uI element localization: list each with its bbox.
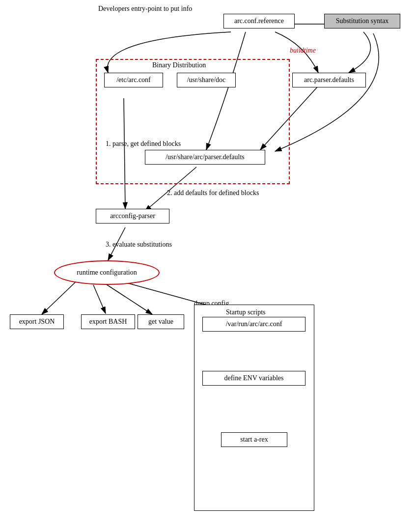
svg-line-8	[93, 285, 106, 313]
define-env-variables-box: define ENV variables	[202, 371, 305, 386]
diagram: Developers entry-point to put info arc.c…	[0, 0, 416, 532]
etc-arc-conf-box: /etc/arc.conf	[104, 73, 163, 87]
step2-label: 2. add defaults for defined blocks	[167, 189, 259, 197]
usr-share-doc-box: /usr/share/doc	[177, 73, 236, 87]
startup-scripts-label: Startup scripts	[226, 308, 266, 316]
runtime-configuration-ellipse: runtime configuration	[54, 260, 160, 285]
step1-label: 1. parse, get defined blocks	[106, 140, 181, 148]
svg-line-9	[106, 284, 152, 314]
var-run-arc-conf-box: /var/run/arc/arc.conf	[202, 317, 305, 332]
svg-line-7	[42, 281, 76, 314]
substitution-syntax-box: Substitution syntax	[324, 14, 400, 28]
startup-scripts-container	[194, 305, 314, 511]
binary-distribution-label: Binary Distribution	[152, 61, 206, 69]
developers-entry-label: Developers entry-point to put info	[98, 5, 192, 13]
export-bash-box: export BASH	[81, 314, 135, 329]
arcconfig-parser-box: arcconfig-parser	[96, 209, 169, 224]
start-arex-box: start a-rex	[221, 432, 287, 447]
arc-parser-defaults-box: arc.parser.defaults	[292, 73, 366, 87]
arc-conf-reference-box: arc.conf.reference	[223, 14, 295, 28]
step3-label: 3. evaluate substitutions	[106, 241, 172, 249]
usr-share-arc-parser-defaults-box: /usr/share/arc/parser.defaults	[145, 150, 265, 165]
buildtime-label: buildtime	[290, 47, 316, 55]
get-value-box: get value	[138, 314, 184, 329]
export-json-box: export JSON	[10, 314, 64, 329]
